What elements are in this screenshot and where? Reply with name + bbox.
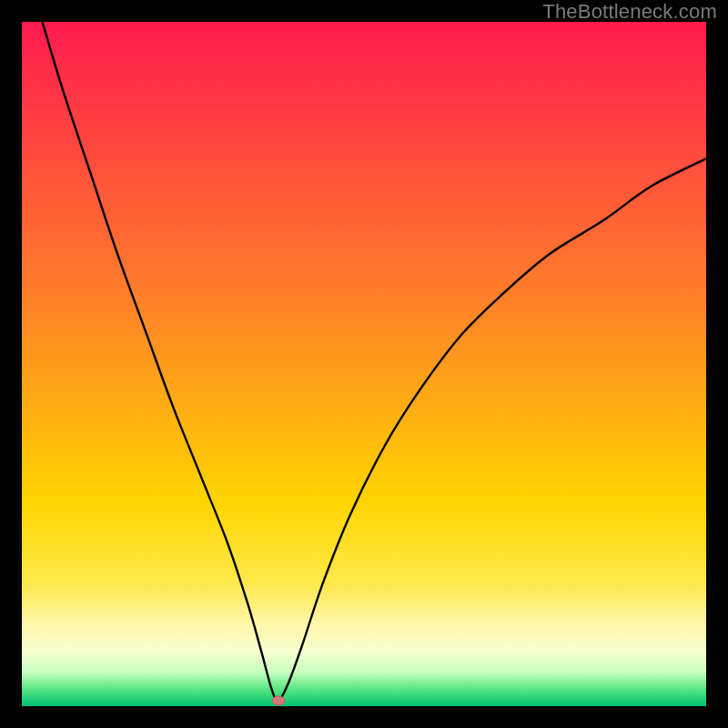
watermark-text: TheBottleneck.com xyxy=(542,0,717,24)
bottleneck-chart xyxy=(22,22,706,706)
chart-svg xyxy=(22,22,706,706)
chart-frame: TheBottleneck.com xyxy=(0,0,728,728)
gradient-background xyxy=(22,22,706,706)
minimum-marker xyxy=(272,696,285,705)
